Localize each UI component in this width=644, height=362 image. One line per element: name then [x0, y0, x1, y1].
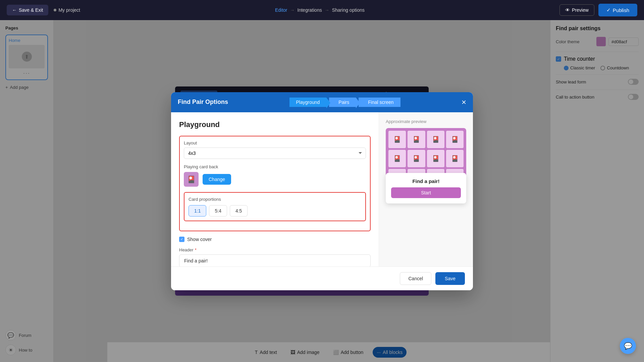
preview-card-1: 🎴 — [388, 131, 406, 148]
preview-popup: Find a pair! Start — [386, 173, 466, 203]
preview-card-3: 🎴 — [427, 131, 444, 148]
section-title: Playground — [179, 120, 371, 129]
nav-right: 👁 Preview ✓ Publish — [559, 4, 637, 16]
save-label: Save — [445, 276, 455, 281]
prop-4-5-button[interactable]: 4:5 — [230, 205, 248, 217]
step-pairs-label: Pairs — [338, 100, 349, 105]
sharing-options-nav-item[interactable]: Sharing options — [332, 7, 365, 13]
layout-select[interactable]: 3x2 4x3 4x4 5x4 — [184, 147, 366, 159]
modal-body: Playground Layout 3x2 4x3 4x4 5x4 — [171, 112, 473, 266]
modal-steps: Playground Pairs Final screen — [289, 98, 400, 107]
project-name-display: My project — [54, 7, 80, 13]
header-group: Header * — [179, 247, 371, 266]
breadcrumb: Editor → Integrations → Sharing options — [86, 7, 554, 13]
header-input[interactable] — [179, 254, 371, 266]
preview-card-8: 🎴 — [446, 150, 464, 167]
playing-card-row: 🎴 Change — [184, 172, 366, 187]
card-proportions-section: Card proportions 1:1 5:4 4:5 — [184, 192, 366, 221]
step-playground[interactable]: Playground — [289, 98, 327, 107]
project-name-text: My project — [58, 7, 80, 13]
find-pair-modal: Find Pair Options Playground Pairs Final… — [171, 92, 473, 290]
dot-icon — [54, 9, 56, 11]
save-exit-label: Save & Exit — [19, 7, 43, 13]
save-button[interactable]: Save — [435, 272, 465, 285]
cancel-label: Cancel — [408, 276, 423, 281]
change-card-button[interactable]: Change — [203, 174, 231, 185]
prop-1-1-button[interactable]: 1:1 — [189, 205, 206, 217]
save-exit-button[interactable]: ← Save & Exit — [7, 5, 48, 15]
modal-preview: Approximate preview 🎴 🎴 🎴 🎴 🎴 🎴 🎴 🎴 🎴 🎴 — [379, 112, 473, 266]
top-nav: ← Save & Exit My project Editor → Integr… — [0, 0, 644, 20]
step-final-screen[interactable]: Final screen — [359, 98, 400, 107]
preview-start-button[interactable]: Start — [391, 187, 461, 198]
header-label: Header * — [179, 247, 371, 252]
eye-icon: 👁 — [565, 7, 570, 13]
step-pairs[interactable]: Pairs — [329, 98, 356, 107]
preview-card-2: 🎴 — [408, 131, 425, 148]
editor-nav-item[interactable]: Editor — [275, 7, 287, 13]
publish-label: Publish — [613, 7, 629, 13]
playing-card-label: Playing card back — [184, 164, 366, 169]
show-cover-label: Show cover — [187, 237, 212, 242]
chat-icon: 💬 — [624, 342, 632, 350]
integrations-nav-item[interactable]: Integrations — [298, 7, 322, 13]
preview-label: Preview — [572, 7, 589, 13]
preview-card-4: 🎴 — [446, 131, 464, 148]
chat-bubble[interactable]: 💬 — [620, 338, 636, 354]
modal-footer: Cancel Save — [171, 266, 473, 290]
prop-5-4-button[interactable]: 5:4 — [209, 205, 227, 217]
preview-button[interactable]: 👁 Preview — [559, 4, 594, 16]
modal-title: Find Pair Options — [178, 99, 228, 106]
proportions-options: 1:1 5:4 4:5 — [189, 205, 361, 217]
step-final-screen-label: Final screen — [368, 100, 393, 105]
show-cover-checkbox[interactable]: ✓ — [179, 237, 184, 242]
playing-card-section: Playing card back 🎴 Change — [184, 164, 366, 187]
cancel-button[interactable]: Cancel — [400, 272, 431, 285]
arrow-icon-1: → — [290, 7, 295, 13]
show-cover-row: ✓ Show cover — [179, 237, 371, 242]
layout-group: Layout 3x2 4x3 4x4 5x4 — [184, 140, 366, 159]
preview-card-5: 🎴 — [388, 150, 406, 167]
change-label: Change — [209, 177, 225, 182]
cover-check-mark: ✓ — [180, 237, 183, 241]
back-arrow-icon: ← — [12, 7, 17, 13]
arrow-icon-2: → — [325, 7, 329, 13]
publish-button[interactable]: ✓ Publish — [598, 4, 637, 16]
preview-label: Approximate preview — [386, 119, 466, 124]
preview-card-6: 🎴 — [408, 150, 425, 167]
required-star: * — [195, 247, 197, 252]
proportions-label: Card proportions — [189, 197, 361, 202]
preview-start-label: Start — [421, 190, 431, 195]
step-playground-label: Playground — [296, 100, 320, 105]
layout-section: Layout 3x2 4x3 4x4 5x4 Playing card back… — [179, 136, 371, 231]
modal-form: Playground Layout 3x2 4x3 4x4 5x4 — [171, 112, 379, 266]
layout-label: Layout — [184, 140, 366, 145]
preview-card-7: 🎴 — [427, 150, 444, 167]
preview-popup-title: Find a pair! — [391, 178, 461, 184]
modal-overlay: Find Pair Options Playground Pairs Final… — [0, 20, 644, 362]
preview-container: 🎴 🎴 🎴 🎴 🎴 🎴 🎴 🎴 🎴 🎴 🎴 🎴 — [386, 128, 466, 204]
modal-header: Find Pair Options Playground Pairs Final… — [171, 92, 473, 112]
check-icon: ✓ — [606, 7, 611, 13]
modal-close-button[interactable]: × — [462, 98, 466, 106]
card-back-preview: 🎴 — [184, 172, 199, 187]
